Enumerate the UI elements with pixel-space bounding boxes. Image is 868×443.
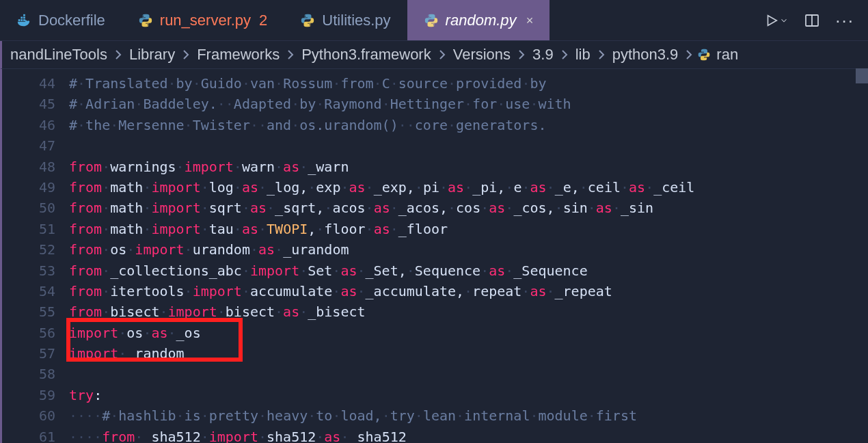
tab-label: run_server.py: [160, 12, 251, 29]
svg-rect-4: [23, 17, 25, 19]
chevron-right-icon: [282, 50, 299, 59]
chevron-right-icon: [593, 50, 610, 59]
python-icon: [697, 48, 711, 62]
chevron-right-icon: [178, 50, 194, 59]
python-icon: [424, 13, 439, 28]
chevron-right-icon: [513, 50, 530, 59]
chevron-right-icon: [556, 50, 573, 59]
scrollbar-thumb[interactable]: [856, 68, 868, 83]
tab-label: Dockerfile: [38, 12, 105, 29]
svg-rect-3: [21, 17, 23, 19]
breadcrumb-item[interactable]: python3.9: [610, 46, 681, 64]
code-editor[interactable]: 444546474849505152535455565758596061 #·T…: [0, 68, 868, 443]
chevron-right-icon: [681, 50, 697, 59]
tab-label: random.py: [446, 12, 517, 29]
tab-dockerfile[interactable]: Dockerfile: [0, 0, 122, 41]
svg-rect-0: [18, 19, 21, 21]
breadcrumb: nandLineTools Library Frameworks Python3…: [0, 41, 868, 68]
python-icon: [300, 13, 315, 28]
docker-icon: [16, 13, 31, 28]
modified-badge: 2: [259, 12, 267, 29]
tab-underline: [0, 40, 868, 41]
run-button[interactable]: [764, 13, 789, 28]
code-content[interactable]: #·Translated·by·Guido·van·Rossum·from·C·…: [69, 69, 868, 443]
tab-random[interactable]: random.py ×: [407, 0, 550, 41]
breadcrumb-item[interactable]: 3.9: [530, 46, 556, 64]
svg-rect-2: [23, 19, 25, 21]
breadcrumb-file[interactable]: ran: [714, 46, 741, 64]
python-icon: [138, 13, 153, 28]
breadcrumb-item[interactable]: nandLineTools: [8, 46, 110, 64]
tab-run-server[interactable]: run_server.py 2: [122, 0, 284, 41]
more-actions-button[interactable]: ···: [835, 10, 854, 31]
editor-actions: ···: [750, 0, 868, 41]
svg-rect-1: [21, 19, 23, 21]
tab-utilities[interactable]: Utilities.py: [284, 0, 407, 41]
line-number-gutter: 444546474849505152535455565758596061: [2, 69, 69, 443]
svg-rect-5: [23, 14, 25, 16]
tab-bar: Dockerfile run_server.py 2 Utilities.py …: [0, 0, 868, 41]
close-icon[interactable]: ×: [526, 14, 534, 28]
chevron-right-icon: [434, 50, 450, 59]
chevron-right-icon: [110, 50, 126, 59]
breadcrumb-item[interactable]: Library: [126, 46, 178, 64]
split-editor-button[interactable]: [804, 12, 820, 29]
breadcrumb-item[interactable]: lib: [573, 46, 593, 64]
tab-label: Utilities.py: [322, 12, 390, 29]
breadcrumb-item[interactable]: Versions: [450, 46, 513, 64]
breadcrumb-item[interactable]: Python3.framework: [299, 46, 434, 64]
breadcrumb-item[interactable]: Frameworks: [194, 46, 282, 64]
